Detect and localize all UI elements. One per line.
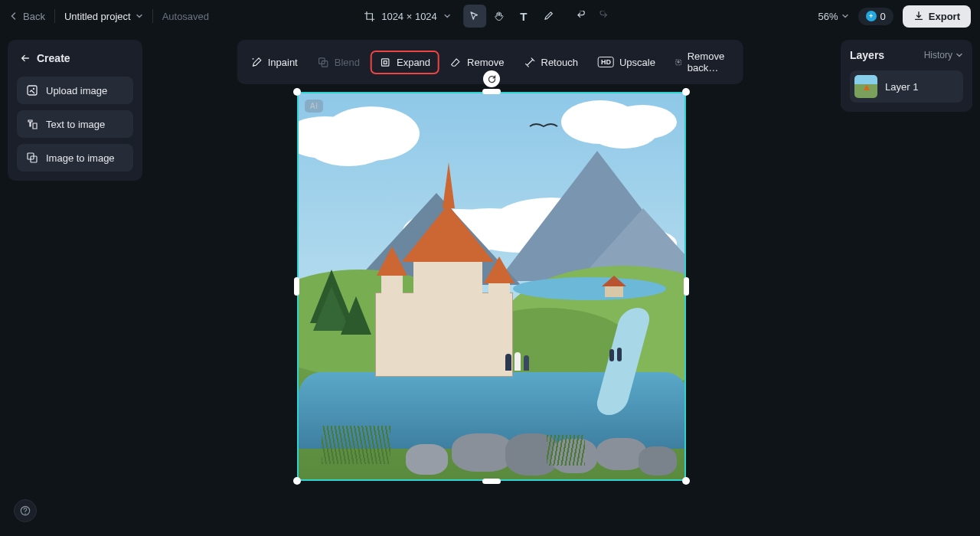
resize-handle-top[interactable] <box>482 89 501 94</box>
layer-thumbnail <box>854 75 877 98</box>
layers-title: Layers <box>850 49 884 61</box>
expand-label: Expand <box>397 57 430 68</box>
svg-point-3 <box>253 57 254 59</box>
svg-rect-0 <box>28 86 37 95</box>
upload-label: Upload image <box>46 85 107 96</box>
chevron-down-icon <box>443 12 451 20</box>
undo-icon <box>574 11 586 22</box>
retouch-icon <box>524 57 536 68</box>
zoom-label: 56% <box>818 11 838 22</box>
hd-badge-icon: HD <box>598 57 614 67</box>
layers-panel: Layers History Layer 1 <box>841 40 972 112</box>
resize-handle-right[interactable] <box>684 277 689 296</box>
create-label: Create <box>37 52 70 64</box>
i2i-label: Image to image <box>46 152 115 164</box>
dimensions-label: 1024 × 1024 <box>381 11 437 22</box>
chevron-down-icon <box>136 12 143 20</box>
canvas[interactable]: AI <box>297 92 686 481</box>
upscale-label: Upscale <box>619 57 655 68</box>
topbar: Back Untitled project Autosaved 1024 × 1… <box>0 0 980 32</box>
topbar-right: 56% + 0 Export <box>818 5 971 28</box>
zoom-control[interactable]: 56% <box>818 11 849 22</box>
remove-label: Remove <box>467 57 504 68</box>
back-arrow-icon <box>20 53 31 64</box>
inpaint-icon <box>251 57 263 68</box>
upload-image-button[interactable]: Upload image <box>17 77 133 104</box>
canvas-size-button[interactable]: 1024 × 1024 <box>364 11 451 22</box>
resize-handle-tr[interactable] <box>682 88 690 96</box>
export-label: Export <box>929 11 960 22</box>
resize-handle-bl[interactable] <box>293 477 301 485</box>
inpaint-button[interactable]: Inpaint <box>242 51 307 74</box>
retouch-button[interactable]: Retouch <box>515 51 587 74</box>
canvas-image[interactable]: AI <box>297 92 686 481</box>
project-name-label: Untitled project <box>64 11 131 22</box>
expand-button[interactable]: Expand <box>371 51 439 74</box>
resize-handle-left[interactable] <box>294 277 299 296</box>
upscale-button[interactable]: HD Upscale <box>589 51 665 74</box>
redo-icon <box>599 11 610 22</box>
removebg-label: Remove back… <box>688 51 730 74</box>
tool-group: T <box>463 5 616 28</box>
redo-button[interactable] <box>593 5 616 28</box>
chevron-left-icon <box>9 11 18 21</box>
help-button[interactable] <box>14 499 37 522</box>
credits-pill[interactable]: + 0 <box>858 8 893 25</box>
crop-icon <box>364 11 375 22</box>
svg-rect-6 <box>382 58 389 65</box>
resize-handle-br[interactable] <box>682 477 690 485</box>
image-image-icon <box>26 152 38 164</box>
export-button[interactable]: Export <box>903 5 971 28</box>
resize-handle-tl[interactable] <box>293 88 301 96</box>
create-header: Create <box>17 49 133 67</box>
cursor-icon <box>469 11 480 22</box>
regenerate-badge[interactable] <box>483 70 500 87</box>
hand-tool[interactable] <box>488 5 511 28</box>
svg-rect-7 <box>384 60 387 64</box>
select-tool[interactable] <box>463 5 486 28</box>
text-icon: T <box>520 10 527 23</box>
back-button[interactable]: Back <box>9 11 45 22</box>
image-to-image-button[interactable]: Image to image <box>17 144 133 172</box>
text-tool[interactable]: T <box>512 5 535 28</box>
divider <box>54 9 55 23</box>
ai-badge: AI <box>305 100 323 113</box>
blend-button: Blend <box>309 51 369 74</box>
svg-point-9 <box>678 60 679 62</box>
blend-label: Blend <box>335 57 360 68</box>
remove-bg-button[interactable]: Remove back… <box>666 44 738 80</box>
back-label: Back <box>23 11 45 22</box>
resize-handle-bottom[interactable] <box>482 479 501 484</box>
divider <box>152 9 153 23</box>
undo-button[interactable] <box>569 5 592 28</box>
svg-rect-8 <box>676 60 681 65</box>
remove-button[interactable]: Remove <box>441 51 513 74</box>
project-name[interactable]: Untitled project <box>64 11 143 22</box>
chevron-down-icon <box>956 51 963 59</box>
layer-name: Layer 1 <box>885 81 918 93</box>
refresh-icon <box>487 74 497 84</box>
t2i-label: Text to image <box>46 119 105 130</box>
layers-header: Layers History <box>850 49 963 61</box>
retouch-label: Retouch <box>541 57 578 68</box>
history-label: History <box>924 50 952 60</box>
topbar-center: 1024 × 1024 T <box>364 5 616 28</box>
layer-item[interactable]: Layer 1 <box>850 70 963 103</box>
chevron-down-icon <box>841 12 849 20</box>
sidebar-left: Create Upload image Text to image Image … <box>8 40 142 181</box>
text-image-icon <box>26 118 38 130</box>
credit-icon: + <box>866 11 877 21</box>
eraser-icon <box>450 57 462 68</box>
text-to-image-button[interactable]: Text to image <box>17 110 133 138</box>
autosaved-label: Autosaved <box>162 11 209 22</box>
brush-icon <box>542 11 554 22</box>
brush-tool[interactable] <box>537 5 560 28</box>
history-button[interactable]: History <box>924 50 963 60</box>
download-icon <box>913 11 924 21</box>
hand-icon <box>493 11 505 22</box>
help-icon <box>20 505 31 516</box>
expand-icon <box>380 57 391 68</box>
credits-label: 0 <box>880 11 886 22</box>
upload-icon <box>26 84 38 96</box>
remove-bg-icon <box>675 57 682 68</box>
